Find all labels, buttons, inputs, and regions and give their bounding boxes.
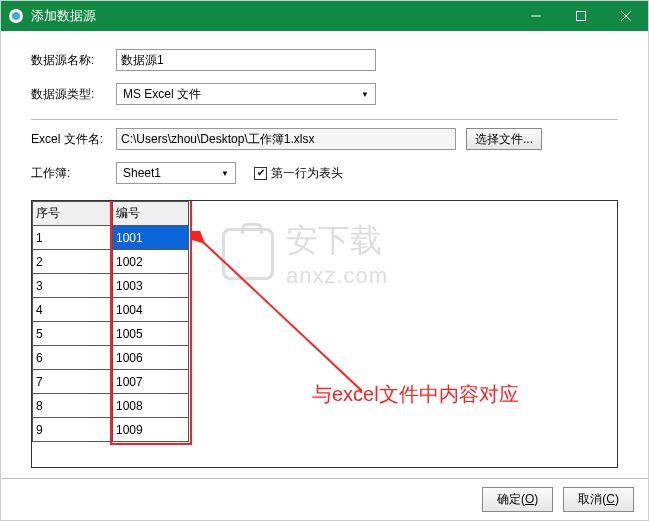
checkbox-icon: ✔ [254, 167, 267, 180]
annotation-text: 与excel文件中内容对应 [312, 381, 519, 408]
watermark-text1: 安下载 [286, 219, 388, 263]
ok-key: O [525, 492, 534, 506]
cancel-suffix: ) [615, 492, 619, 506]
row-file: Excel 文件名: 选择文件... [31, 128, 618, 150]
table-row[interactable]: 61006 [33, 346, 189, 370]
col-header-seq[interactable]: 序号 [33, 202, 113, 226]
row-name: 数据源名称: [31, 49, 618, 71]
dialog-window: 添加数据源 数据源名称: 数据源类型: MS Excel 文件 ▼ Excel … [0, 0, 649, 521]
svg-line-4 [202, 241, 362, 391]
ok-label: 确定( [497, 492, 525, 506]
cell-seq: 2 [33, 250, 113, 274]
file-label: Excel 文件名: [31, 131, 116, 148]
row-type: 数据源类型: MS Excel 文件 ▼ [31, 83, 618, 105]
footer: 确定(O) 取消(C) [1, 478, 648, 520]
cell-seq: 3 [33, 274, 113, 298]
cell-num: 1001 [113, 226, 189, 250]
table-row[interactable]: 51005 [33, 322, 189, 346]
cell-num: 1005 [113, 322, 189, 346]
cell-seq: 5 [33, 322, 113, 346]
table-row[interactable]: 71007 [33, 370, 189, 394]
table-row[interactable]: 11001 [33, 226, 189, 250]
caret-down-icon: ▼ [221, 169, 229, 178]
cell-num: 1003 [113, 274, 189, 298]
watermark: 安下载 anxz.com [222, 219, 388, 289]
col-header-num[interactable]: 编号 [113, 202, 189, 226]
maximize-button[interactable] [558, 1, 603, 31]
cell-seq: 8 [33, 394, 113, 418]
arrow-annotation [192, 231, 372, 401]
separator [31, 119, 618, 120]
ok-suffix: ) [534, 492, 538, 506]
name-label: 数据源名称: [31, 52, 116, 69]
cell-seq: 1 [33, 226, 113, 250]
name-input[interactable] [116, 49, 376, 71]
type-value: MS Excel 文件 [123, 86, 201, 103]
cell-seq: 9 [33, 418, 113, 442]
titlebar: 添加数据源 [1, 1, 648, 31]
cell-seq: 6 [33, 346, 113, 370]
titlebar-controls [513, 1, 648, 31]
app-icon [9, 9, 23, 23]
table-row[interactable]: 81008 [33, 394, 189, 418]
lock-icon [222, 228, 274, 280]
cell-num: 1007 [113, 370, 189, 394]
cell-seq: 7 [33, 370, 113, 394]
data-table[interactable]: 序号 编号 1100121002310034100451005610067100… [32, 201, 189, 442]
cell-num: 1002 [113, 250, 189, 274]
watermark-text2: anxz.com [286, 263, 388, 289]
cell-seq: 4 [33, 298, 113, 322]
caret-down-icon: ▼ [361, 90, 369, 99]
svg-rect-1 [576, 12, 585, 21]
browse-button[interactable]: 选择文件... [466, 128, 542, 150]
cancel-key: C [606, 492, 615, 506]
type-label: 数据源类型: [31, 86, 116, 103]
cell-num: 1004 [113, 298, 189, 322]
cancel-button[interactable]: 取消(C) [563, 487, 634, 512]
table-area: 序号 编号 1100121002310034100451005610067100… [31, 200, 618, 468]
sheet-value: Sheet1 [123, 166, 161, 180]
row-sheet: 工作簿: Sheet1 ▼ ✔ 第一行为表头 [31, 162, 618, 184]
type-combo[interactable]: MS Excel 文件 ▼ [116, 83, 376, 105]
titlebar-title: 添加数据源 [31, 7, 513, 25]
sheet-combo[interactable]: Sheet1 ▼ [116, 162, 236, 184]
table-header-row: 序号 编号 [33, 202, 189, 226]
table-row[interactable]: 21002 [33, 250, 189, 274]
cell-num: 1009 [113, 418, 189, 442]
cell-num: 1008 [113, 394, 189, 418]
close-button[interactable] [603, 1, 648, 31]
minimize-button[interactable] [513, 1, 558, 31]
table-row[interactable]: 91009 [33, 418, 189, 442]
cancel-label: 取消( [578, 492, 606, 506]
header-checkbox[interactable]: ✔ 第一行为表头 [254, 165, 343, 182]
ok-button[interactable]: 确定(O) [482, 487, 553, 512]
file-input[interactable] [116, 128, 456, 150]
sheet-label: 工作簿: [31, 165, 116, 182]
table-row[interactable]: 41004 [33, 298, 189, 322]
header-checkbox-label: 第一行为表头 [271, 165, 343, 182]
cell-num: 1006 [113, 346, 189, 370]
content-area: 数据源名称: 数据源类型: MS Excel 文件 ▼ Excel 文件名: 选… [1, 31, 648, 478]
table-row[interactable]: 31003 [33, 274, 189, 298]
